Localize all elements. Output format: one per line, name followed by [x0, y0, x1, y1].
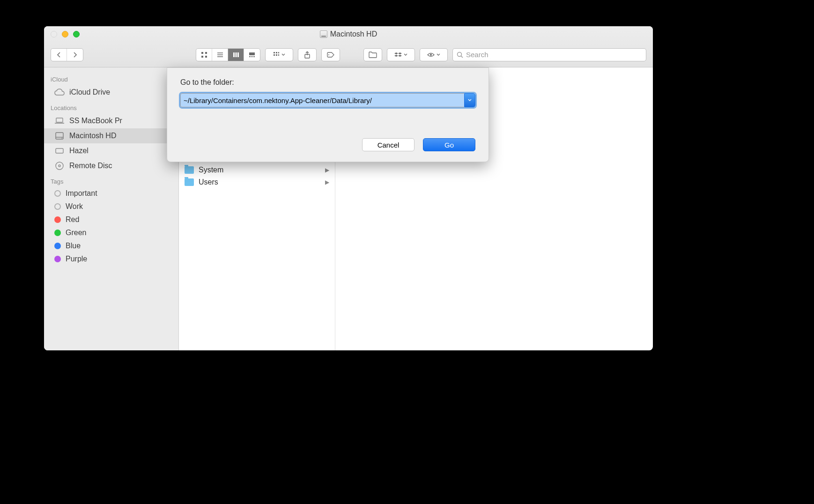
sidebar-item-macintosh-hd[interactable]: Macintosh HD [44, 128, 178, 143]
eye-icon [427, 52, 435, 58]
minimize-button[interactable] [62, 31, 68, 37]
folder-label: System [199, 166, 223, 174]
sidebar-heading-icloud: iCloud [44, 71, 178, 85]
nav-group [51, 48, 83, 61]
dropbox-button[interactable] [387, 48, 415, 61]
tag-circle-icon [54, 243, 61, 249]
view-icon-button[interactable] [196, 49, 212, 61]
go-to-input[interactable]: ~/Library/Containers/com.nektony.App-Cle… [180, 93, 464, 107]
sidebar-item-label: Purple [66, 255, 87, 263]
svg-rect-10 [249, 52, 255, 55]
list-icon [217, 52, 223, 58]
tag-circle-icon [54, 216, 61, 223]
new-folder-button[interactable] [363, 48, 382, 61]
chevron-right-icon: ▶ [325, 167, 329, 173]
sidebar-item-label: Macintosh HD [69, 132, 116, 140]
svg-rect-3 [205, 56, 207, 58]
search-field[interactable]: Search [452, 48, 646, 61]
back-button[interactable] [51, 49, 67, 61]
chevron-down-icon [404, 53, 407, 56]
sidebar-item-macbook[interactable]: SS MacBook Pr [44, 113, 178, 128]
svg-rect-13 [253, 56, 255, 57]
svg-rect-0 [201, 52, 203, 54]
svg-rect-25 [56, 118, 63, 122]
zoom-button[interactable] [73, 31, 80, 37]
svg-rect-30 [56, 148, 63, 153]
columns-icon [233, 52, 239, 58]
folder-row-system[interactable]: System ▶ [179, 164, 335, 176]
sidebar-heading-tags: Tags [44, 173, 178, 187]
svg-point-29 [61, 138, 62, 139]
go-to-label: Go to the folder: [180, 78, 475, 87]
sidebar-tag-important[interactable]: Important [44, 187, 178, 200]
sidebar-item-remote-disc[interactable]: Remote Disc [44, 158, 178, 173]
svg-point-23 [458, 52, 462, 56]
chevron-down-icon [437, 53, 440, 56]
tag-circle-icon [54, 190, 61, 197]
svg-rect-1 [205, 52, 207, 54]
folder-label: Users [199, 178, 218, 186]
titlebar-top: Macintosh HD [44, 26, 653, 42]
svg-rect-16 [278, 52, 279, 53]
go-to-combo: ~/Library/Containers/com.nektony.App-Cle… [180, 93, 475, 107]
folder-icon [185, 178, 194, 186]
view-list-button[interactable] [212, 49, 228, 61]
gallery-icon [249, 52, 255, 58]
svg-rect-15 [276, 52, 277, 53]
svg-rect-14 [274, 52, 275, 53]
forward-button[interactable] [67, 49, 83, 61]
sidebar-item-hazel[interactable]: Hazel [44, 143, 178, 158]
share-button[interactable] [298, 48, 317, 61]
tag-icon [327, 52, 334, 58]
svg-rect-19 [278, 54, 279, 56]
view-group [196, 48, 260, 61]
tags-button[interactable] [321, 48, 340, 61]
svg-rect-8 [235, 52, 237, 57]
svg-rect-9 [237, 52, 239, 57]
window-title: Macintosh HD [44, 30, 653, 38]
svg-rect-7 [233, 52, 235, 57]
laptop-icon [54, 116, 65, 126]
tag-circle-icon [54, 256, 61, 262]
finder-window: Macintosh HD [44, 26, 653, 350]
folder-row-users[interactable]: Users ▶ [179, 176, 335, 188]
dropbox-icon [394, 52, 402, 58]
sidebar-tag-work[interactable]: Work [44, 200, 178, 213]
view-gallery-button[interactable] [244, 49, 260, 61]
go-button[interactable]: Go [423, 138, 475, 151]
arrange-button[interactable] [265, 48, 293, 61]
sidebar-item-icloud-drive[interactable]: iCloud Drive [44, 85, 178, 100]
chevron-down-icon [281, 53, 285, 56]
share-icon [304, 51, 311, 59]
tag-circle-icon [54, 203, 61, 210]
chevron-down-icon [468, 99, 472, 102]
cloud-icon [54, 87, 65, 97]
grid-icon [201, 52, 207, 58]
svg-point-33 [59, 165, 60, 167]
cancel-button[interactable]: Cancel [362, 138, 414, 151]
sidebar-item-label: SS MacBook Pr [69, 117, 122, 125]
view-column-button[interactable] [228, 49, 244, 61]
sidebar-tag-purple[interactable]: Purple [44, 252, 178, 266]
search-icon [457, 52, 463, 58]
go-to-history-button[interactable] [464, 93, 475, 107]
sidebar-item-label: Important [66, 189, 97, 198]
titlebar: Macintosh HD [44, 26, 653, 67]
sidebar-tag-green[interactable]: Green [44, 226, 178, 239]
sidebar-item-label: Remote Disc [69, 162, 112, 170]
svg-rect-18 [276, 54, 277, 56]
svg-rect-2 [201, 56, 203, 58]
close-button[interactable] [51, 31, 57, 37]
sidebar-item-label: Green [66, 229, 86, 237]
sidebar-item-label: iCloud Drive [69, 88, 110, 96]
quicklook-button[interactable] [420, 48, 448, 61]
chevron-right-icon: ▶ [325, 179, 329, 185]
grid-small-icon [273, 52, 280, 58]
sidebar-tag-red[interactable]: Red [44, 213, 178, 226]
svg-rect-12 [252, 56, 253, 57]
traffic-lights [51, 31, 80, 37]
folder-plus-icon [369, 52, 377, 58]
sidebar-item-label: Work [66, 202, 83, 211]
sidebar-tag-blue[interactable]: Blue [44, 239, 178, 252]
sidebar: iCloud iCloud Drive Locations SS MacBook… [44, 67, 179, 350]
